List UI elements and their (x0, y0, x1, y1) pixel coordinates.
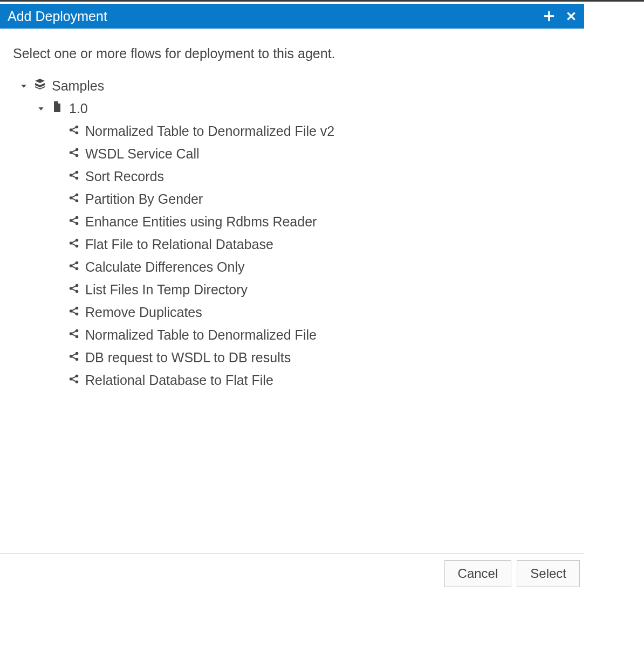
select-button[interactable]: Select (517, 560, 580, 587)
flow-item[interactable]: Normalized Table to Denormalized File v2 (13, 120, 571, 142)
package-icon (33, 74, 46, 97)
flow-item[interactable]: Partition By Gender (13, 188, 571, 210)
flow-icon (68, 256, 80, 278)
flow-icon (68, 120, 80, 142)
flow-item[interactable]: List Files In Temp Directory (13, 278, 571, 301)
svg-line-57 (72, 354, 76, 356)
flow-label: Relational Database to Flat File (85, 369, 273, 391)
svg-line-13 (72, 153, 76, 155)
dialog-header: Add Deployment (0, 4, 584, 29)
svg-line-62 (72, 377, 76, 378)
tree-root-label: Samples (52, 74, 104, 97)
svg-line-53 (72, 334, 76, 336)
caret-down-icon[interactable] (19, 74, 28, 97)
flow-icon (68, 233, 80, 256)
close-icon[interactable] (566, 11, 577, 22)
flow-item[interactable]: Flat File to Relational Database (13, 233, 571, 256)
flow-label: Remove Duplicates (85, 301, 202, 323)
svg-line-7 (72, 128, 76, 129)
flow-item[interactable]: DB request to WSDL to DB results (13, 346, 571, 369)
header-controls (543, 10, 577, 22)
svg-line-48 (72, 312, 76, 313)
flow-label: Calculate Differences Only (85, 256, 245, 278)
svg-line-8 (72, 130, 76, 132)
flow-label: Normalized Table to Denormalized File v2 (85, 120, 334, 142)
flow-label: Partition By Gender (85, 188, 203, 210)
dialog-body: Select one or more flows for deployment … (0, 29, 584, 400)
svg-line-63 (72, 380, 76, 381)
instruction-text: Select one or more flows for deployment … (13, 46, 571, 61)
flow-item[interactable]: Enhance Entities using Rdbms Reader (13, 210, 571, 233)
svg-line-37 (72, 264, 76, 265)
flow-list: Normalized Table to Denormalized File v2… (13, 120, 571, 391)
background-fragment (0, 0, 644, 4)
tree-version-label: 1.0 (69, 97, 88, 120)
flow-tree: Samples 1.0 Normalized Table to Denormal… (13, 74, 571, 391)
flow-icon (68, 210, 80, 233)
svg-line-58 (72, 357, 76, 359)
caret-down-icon[interactable] (37, 97, 45, 120)
flow-icon (68, 323, 80, 346)
svg-line-33 (72, 244, 76, 245)
svg-line-23 (72, 198, 76, 200)
svg-line-17 (72, 173, 76, 175)
svg-line-28 (72, 221, 76, 223)
flow-icon (68, 278, 80, 301)
flow-item[interactable]: Remove Duplicates (13, 301, 571, 323)
dialog-title: Add Deployment (8, 9, 107, 24)
flow-icon (68, 346, 80, 369)
svg-line-42 (72, 286, 76, 288)
cancel-button[interactable]: Cancel (444, 560, 512, 587)
maximize-icon[interactable] (543, 10, 555, 22)
flow-label: Flat File to Relational Database (85, 233, 273, 256)
flow-item[interactable]: Sort Records (13, 165, 571, 188)
flow-item[interactable]: Relational Database to Flat File (13, 369, 571, 391)
svg-line-12 (72, 150, 76, 152)
svg-line-18 (72, 176, 76, 177)
flow-label: List Files In Temp Directory (85, 278, 248, 301)
add-deployment-dialog: Add Deployment Select one or more flows … (0, 4, 584, 594)
svg-line-52 (72, 332, 76, 333)
dialog-footer: Cancel Select (0, 553, 584, 594)
file-icon (51, 97, 64, 120)
svg-line-47 (72, 309, 76, 311)
flow-icon (68, 165, 80, 188)
flow-label: DB request to WSDL to DB results (85, 346, 291, 369)
flow-icon (68, 301, 80, 323)
svg-rect-1 (544, 15, 554, 17)
svg-line-32 (72, 241, 76, 243)
flow-icon (68, 369, 80, 391)
svg-line-38 (72, 266, 76, 268)
flow-label: WSDL Service Call (85, 142, 200, 165)
flow-item[interactable]: WSDL Service Call (13, 142, 571, 165)
svg-line-27 (72, 218, 76, 220)
flow-label: Enhance Entities using Rdbms Reader (85, 210, 317, 233)
flow-item[interactable]: Calculate Differences Only (13, 256, 571, 278)
flow-label: Sort Records (85, 165, 164, 188)
tree-version-node[interactable]: 1.0 (13, 97, 571, 120)
flow-icon (68, 142, 80, 165)
flow-item[interactable]: Normalized Table to Denormalized File (13, 323, 571, 346)
svg-line-22 (72, 196, 76, 197)
tree-root-node[interactable]: Samples (13, 74, 571, 97)
flow-label: Normalized Table to Denormalized File (85, 323, 317, 346)
svg-line-43 (72, 289, 76, 291)
flow-icon (68, 188, 80, 210)
